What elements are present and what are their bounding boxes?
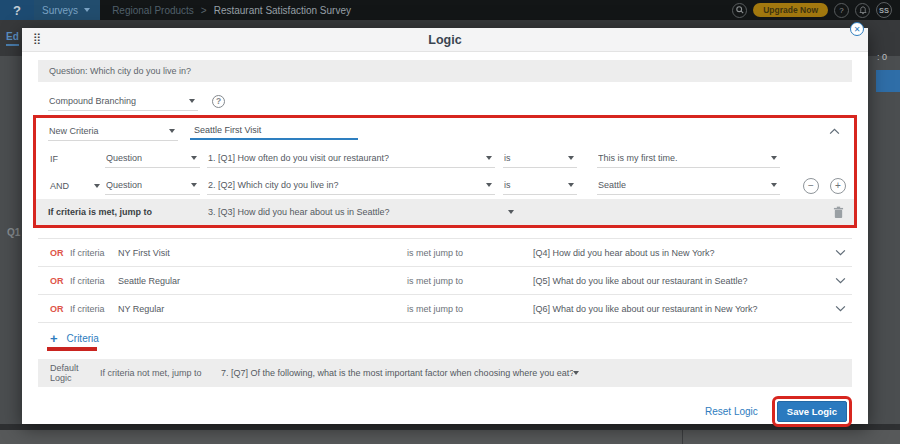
criteria-name: NY Regular [118, 304, 407, 314]
help-icon[interactable]: ? [212, 95, 225, 108]
add-condition-icon[interactable]: + [830, 178, 846, 194]
condition-value-select[interactable]: This is my first time. [597, 149, 780, 168]
criteria-select[interactable]: New Criteria [48, 122, 178, 141]
default-jump-select[interactable]: 7. [Q7] Of the following, what is the mo… [220, 364, 582, 383]
caret-down-icon [189, 99, 195, 103]
criteria-prefix: If criteria [70, 276, 118, 286]
topbar: ? Surveys Regional Products > Restaurant… [0, 0, 900, 20]
background-edit-tab: Ed [6, 31, 19, 46]
surveys-menu-label: Surveys [42, 5, 78, 16]
caret-down-icon [94, 184, 100, 188]
delete-criteria-icon[interactable] [833, 206, 844, 219]
criteria-target: [Q6] What do you like about our restaura… [533, 304, 758, 314]
condition-operator-select[interactable]: is [503, 149, 577, 168]
condition-question-value: 1. [Q1] How often do you visit our resta… [208, 153, 389, 163]
condition-row: AND Question 2. [Q2] Which city do you l… [36, 172, 854, 199]
caret-down-icon [508, 210, 514, 214]
caret-down-icon [191, 183, 197, 187]
criteria-select-value: New Criteria [49, 126, 99, 136]
caret-down-icon [771, 156, 777, 160]
caret-down-icon [573, 371, 579, 375]
condition-type-select[interactable]: Question [105, 176, 200, 195]
breadcrumb-survey-title: Restaurant Satisfaction Survey [214, 5, 351, 16]
reset-logic-link[interactable]: Reset Logic [705, 406, 758, 417]
dialog-title: Logic [428, 33, 461, 47]
chevron-down-icon[interactable] [835, 249, 846, 256]
chevron-down-icon [84, 8, 90, 12]
criteria-mid-label: is met jump to [407, 276, 533, 286]
saved-criteria-row[interactable]: OR If criteria NY Regular is met jump to… [38, 295, 852, 323]
or-label: OR [50, 304, 70, 314]
default-logic-row: Default Logic If criteria not met, jump … [38, 359, 852, 387]
notifications-bell-icon[interactable] [855, 3, 870, 18]
or-label: OR [50, 276, 70, 286]
close-icon[interactable]: ✕ [850, 22, 864, 36]
jump-to-row: If criteria is met, jump to 3. [Q3] How … [36, 199, 854, 225]
question-context: Question: Which city do you live in? [38, 60, 852, 82]
criteria-name-row: New Criteria [36, 118, 854, 145]
criteria-editor: New Criteria IF Question 1. [Q1] How oft… [33, 115, 857, 228]
surveys-menu[interactable]: Surveys [34, 0, 100, 20]
breadcrumb-folder[interactable]: Regional Products [112, 5, 194, 16]
branching-type-select[interactable]: Compound Branching [48, 92, 198, 111]
condition-row-actions: − + [803, 178, 846, 194]
upgrade-now-button[interactable]: Upgrade Now [753, 3, 828, 17]
dialog-footer: Reset Logic Save Logic [38, 396, 852, 427]
branching-type-value: Compound Branching [49, 96, 136, 106]
avatar[interactable]: SS [876, 2, 892, 18]
condition-question-select[interactable]: 1. [Q1] How often do you visit our resta… [207, 149, 495, 168]
brand-logo-glyph: ? [13, 3, 21, 18]
help-menu-icon[interactable]: ? [834, 3, 849, 18]
brand-logo[interactable]: ? [0, 0, 34, 20]
chevron-up-icon[interactable] [829, 128, 840, 135]
background-blue-button [876, 70, 900, 92]
annotation-underline [47, 347, 97, 351]
condition-connector-select[interactable]: AND [48, 181, 100, 191]
caret-down-icon [771, 183, 777, 187]
save-logic-button[interactable]: Save Logic [777, 401, 847, 422]
saved-criteria-row[interactable]: OR If criteria NY First Visit is met jum… [38, 239, 852, 267]
dialog-header: ⣿ Logic ✕ [22, 28, 868, 52]
drag-handle-icon[interactable]: ⣿ [33, 32, 40, 45]
condition-type-select[interactable]: Question [105, 149, 200, 168]
saved-criteria-row[interactable]: OR If criteria Seattle Regular is met ju… [38, 267, 852, 295]
plus-icon[interactable]: + [50, 334, 58, 344]
criteria-name: NY First Visit [118, 248, 407, 258]
caret-down-icon [486, 183, 492, 187]
condition-connector: IF [48, 154, 100, 164]
condition-question-select[interactable]: 2. [Q2] Which city do you live in? [207, 176, 495, 195]
condition-operator-value: is [504, 180, 511, 190]
breadcrumb: Regional Products > Restaurant Satisfact… [112, 5, 351, 16]
add-criteria-link[interactable]: Criteria [67, 333, 99, 344]
condition-type-value: Question [106, 180, 142, 190]
add-criteria-row: + Criteria [38, 333, 852, 344]
condition-value-select[interactable]: Seattle [597, 176, 780, 195]
caret-down-icon [568, 183, 574, 187]
criteria-mid-label: is met jump to [407, 248, 533, 258]
remove-condition-icon[interactable]: − [803, 178, 819, 194]
default-jump-value: 7. [Q7] Of the following, what is the mo… [221, 368, 573, 378]
logic-dialog: ⣿ Logic ✕ Question: Which city do you li… [22, 28, 868, 424]
breadcrumb-separator: > [201, 5, 207, 16]
jump-to-label: If criteria is met, jump to [48, 207, 207, 217]
jump-target-select[interactable]: 3. [Q3] How did you hear about us in Sea… [207, 203, 517, 222]
chevron-down-icon[interactable] [835, 277, 846, 284]
background-question-label: Q1 [7, 227, 20, 238]
chevron-down-icon[interactable] [835, 305, 846, 312]
condition-operator-select[interactable]: is [503, 176, 577, 195]
default-logic-mid: If criteria not met, jump to [100, 368, 212, 378]
or-label: OR [50, 248, 70, 258]
condition-type-value: Question [106, 153, 142, 163]
condition-question-value: 2. [Q2] Which city do you live in? [208, 180, 339, 190]
criteria-name: Seattle Regular [118, 276, 407, 286]
connector-label: IF [50, 154, 58, 164]
condition-operator-value: is [504, 153, 511, 163]
branching-type-row: Compound Branching ? [48, 89, 852, 113]
caret-down-icon [568, 156, 574, 160]
search-icon[interactable] [732, 3, 747, 18]
criteria-name-input[interactable] [190, 123, 358, 140]
criteria-mid-label: is met jump to [407, 304, 533, 314]
default-logic-label: Default Logic [50, 363, 94, 383]
criteria-prefix: If criteria [70, 248, 118, 258]
criteria-target: [Q4] How did you hear about us in New Yo… [533, 248, 715, 258]
